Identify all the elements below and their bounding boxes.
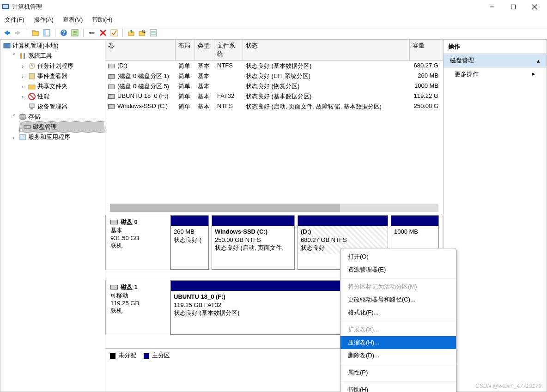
disk-0-label[interactable]: 磁盘 0 基本 931.50 GB 联机 bbox=[106, 215, 170, 270]
window-title: 计算机管理 bbox=[12, 3, 481, 11]
context-menu: 打开(O) 资源管理器(E) 将分区标记为活动分区(M) 更改驱动器号和路径(C… bbox=[340, 248, 456, 392]
tree-disk-management[interactable]: 磁盘管理 bbox=[20, 122, 104, 132]
disk-icon bbox=[110, 220, 118, 224]
properties-icon[interactable] bbox=[70, 28, 79, 37]
minimize-button[interactable] bbox=[481, 0, 503, 14]
svg-rect-51 bbox=[25, 127, 27, 127]
ctx-change-letter[interactable]: 更改驱动器号和路径(C)... bbox=[340, 293, 456, 306]
svg-point-21 bbox=[89, 32, 91, 34]
search-icon[interactable] bbox=[138, 28, 147, 37]
export-icon[interactable] bbox=[127, 28, 136, 37]
check-icon[interactable] bbox=[109, 28, 119, 37]
disk-icon bbox=[108, 94, 115, 99]
collapse-icon: ▴ bbox=[537, 57, 540, 64]
tree-system-tools[interactable]: ˅ 系统工具 bbox=[11, 51, 104, 61]
svg-rect-52 bbox=[20, 134, 25, 140]
svg-rect-7 bbox=[7, 32, 10, 34]
ctx-shrink[interactable]: 压缩卷(H)... bbox=[340, 336, 456, 349]
toolbar: ? bbox=[0, 26, 547, 40]
volume-row[interactable]: (磁盘 0 磁盘分区 1) 简单 基本 状态良好 (EFI 系统分区) 260 … bbox=[105, 71, 443, 81]
menubar: 文件(F) 操作(A) 查看(V) 帮助(H) bbox=[0, 14, 547, 26]
svg-rect-45 bbox=[30, 104, 34, 108]
volume-row[interactable]: (磁盘 0 磁盘分区 5) 简单 基本 状态良好 (恢复分区) 1000 MB bbox=[105, 81, 443, 91]
svg-rect-28 bbox=[139, 31, 145, 36]
tree-storage[interactable]: ˅ 存储 bbox=[11, 112, 104, 122]
legend-unallocated: 未分配 bbox=[110, 351, 136, 360]
col-capacity[interactable]: 容量 bbox=[410, 40, 443, 60]
tree-task-scheduler[interactable]: ›任务计划程序 bbox=[20, 61, 104, 71]
tree-services-apps[interactable]: › 服务和应用程序 bbox=[11, 132, 104, 142]
window-controls bbox=[481, 0, 545, 14]
actions-panel: 操作 磁盘管理 ▴ 更多操作 ▸ bbox=[444, 40, 547, 392]
chevron-right-icon: ▸ bbox=[532, 70, 535, 78]
tree-root-label: 计算机管理(本地) bbox=[12, 42, 59, 50]
ctx-extend: 扩展卷(X)... bbox=[340, 323, 456, 336]
forward-button[interactable] bbox=[14, 28, 23, 37]
menu-file[interactable]: 文件(F) bbox=[5, 16, 24, 24]
tree-shared-folders[interactable]: ›共享文件夹 bbox=[20, 81, 104, 91]
tree-event-viewer[interactable]: ›事件查看器 bbox=[20, 71, 104, 81]
partition-efi[interactable]: 260 MB状态良好 ( bbox=[170, 215, 209, 270]
disk-icon bbox=[108, 64, 115, 68]
col-type[interactable]: 类型 bbox=[195, 40, 214, 60]
ctx-properties[interactable]: 属性(P) bbox=[340, 366, 456, 379]
ctx-open[interactable]: 打开(O) bbox=[340, 250, 456, 263]
svg-point-49 bbox=[20, 118, 25, 120]
menu-action[interactable]: 操作(A) bbox=[34, 16, 54, 24]
col-layout[interactable]: 布局 bbox=[176, 40, 195, 60]
svg-rect-41 bbox=[29, 73, 35, 79]
svg-rect-36 bbox=[20, 53, 22, 59]
tree-root[interactable]: 计算机管理(本地) bbox=[1, 41, 104, 51]
list-view-icon[interactable] bbox=[149, 28, 158, 37]
partition-c[interactable]: Windows-SSD (C:)250.00 GB NTFS状态良好 (启动, … bbox=[212, 215, 295, 270]
svg-rect-11 bbox=[32, 30, 35, 32]
disk-icon bbox=[108, 84, 115, 89]
volume-list-header: 卷 布局 类型 文件系统 状态 容量 bbox=[105, 40, 443, 60]
menu-help[interactable]: 帮助(H) bbox=[92, 16, 112, 24]
actions-more[interactable]: 更多操作 ▸ bbox=[444, 67, 547, 81]
ctx-format[interactable]: 格式化(F)... bbox=[340, 306, 456, 319]
horizontal-scrollbar[interactable] bbox=[110, 204, 438, 212]
up-level-icon[interactable] bbox=[31, 28, 40, 37]
close-button[interactable] bbox=[524, 0, 545, 14]
disk-icon bbox=[110, 285, 118, 289]
legend-primary: 主分区 bbox=[144, 351, 170, 360]
navigation-tree: 计算机管理(本地) ˅ 系统工具 ›任务计划程序 ›事件查看器 ›共享文件夹 ›… bbox=[0, 40, 105, 392]
refresh-icon[interactable] bbox=[87, 28, 97, 37]
svg-rect-42 bbox=[29, 85, 35, 89]
col-fs[interactable]: 文件系统 bbox=[214, 40, 243, 60]
tree-performance[interactable]: ›性能 bbox=[20, 91, 104, 102]
svg-marker-8 bbox=[17, 30, 21, 35]
tree-device-manager[interactable]: 设备管理器 bbox=[20, 102, 104, 112]
svg-rect-13 bbox=[43, 30, 46, 36]
col-volume[interactable]: 卷 bbox=[105, 40, 176, 60]
ctx-help[interactable]: 帮助(H) bbox=[340, 383, 456, 392]
disk-icon bbox=[108, 104, 115, 109]
ctx-explorer[interactable]: 资源管理器(E) bbox=[340, 263, 456, 276]
volume-row[interactable]: UBUNTU 18_0 (F:) 简单 基本 FAT32 状态良好 (基本数据分… bbox=[105, 91, 443, 101]
svg-rect-46 bbox=[30, 108, 33, 109]
watermark: CSDN @weixin_47719179 bbox=[475, 383, 541, 389]
menu-view[interactable]: 查看(V) bbox=[63, 16, 83, 24]
delete-icon[interactable] bbox=[98, 28, 108, 37]
help-icon[interactable]: ? bbox=[59, 28, 68, 37]
svg-rect-3 bbox=[511, 5, 516, 9]
svg-rect-37 bbox=[24, 53, 25, 59]
show-hide-tree-icon[interactable] bbox=[42, 28, 51, 37]
volume-row[interactable]: (D:) 简单 基本 NTFS 状态良好 (基本数据分区) 680.27 G bbox=[105, 60, 443, 71]
ctx-delete[interactable]: 删除卷(D)... bbox=[340, 349, 456, 362]
disk-1-label[interactable]: 磁盘 1 可移动 119.25 GB 联机 bbox=[106, 280, 170, 335]
volume-list: (D:) 简单 基本 NTFS 状态良好 (基本数据分区) 680.27 G (… bbox=[105, 60, 443, 204]
svg-line-44 bbox=[30, 94, 34, 99]
svg-rect-9 bbox=[15, 32, 18, 34]
col-status[interactable]: 状态 bbox=[243, 40, 410, 60]
svg-text:?: ? bbox=[62, 29, 66, 36]
svg-marker-6 bbox=[4, 30, 8, 35]
actions-panel-subtitle[interactable]: 磁盘管理 ▴ bbox=[444, 54, 547, 67]
back-button[interactable] bbox=[3, 28, 12, 37]
app-icon bbox=[2, 3, 9, 11]
volume-row[interactable]: Windows-SSD (C:) 简单 基本 NTFS 状态良好 (启动, 页面… bbox=[105, 101, 443, 111]
maximize-button[interactable] bbox=[503, 0, 524, 14]
ctx-mark-active: 将分区标记为活动分区(M) bbox=[340, 280, 456, 293]
svg-rect-27 bbox=[131, 31, 132, 33]
